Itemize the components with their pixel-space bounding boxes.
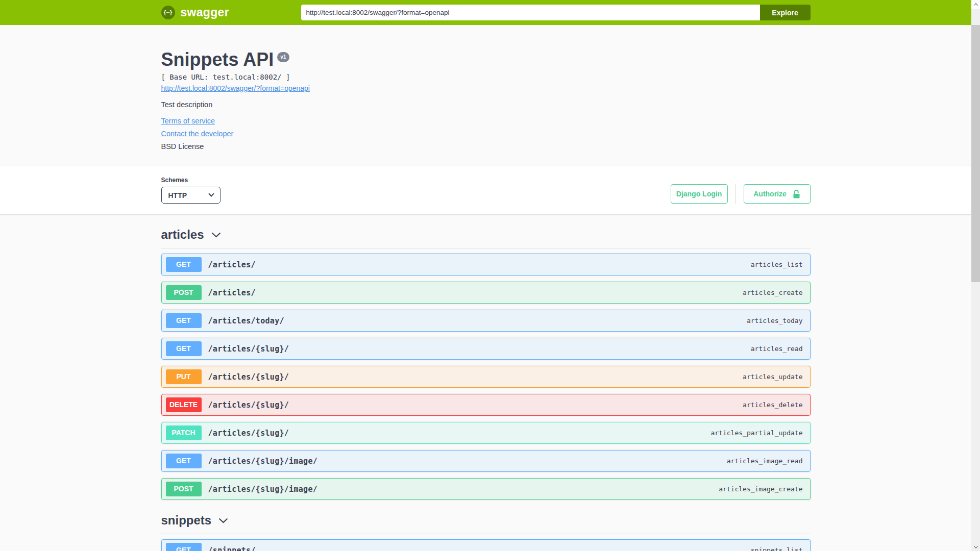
operation-row[interactable]: PATCH /articles/{slug}/ articles_partial… [161,422,811,444]
scroll-down-icon [973,544,977,548]
tag-heading-articles[interactable]: articles [161,224,811,248]
operation-row[interactable]: GET /articles/{slug}/image/ articles_ima… [161,450,811,472]
lock-open-icon [793,190,800,198]
spec-link[interactable]: http://test.local:8002/swagger/?format=o… [161,84,310,92]
scheme-selected-value: HTTP [168,191,187,199]
divider [736,184,736,204]
terms-of-service-link[interactable]: Terms of service [161,117,215,126]
method-badge: PATCH [166,425,202,440]
api-description: Test description [161,101,811,109]
swagger-logo-icon: {⋯} [161,6,175,19]
operation-path: /articles/{slug}/ [208,429,289,438]
authorize-button[interactable]: Authorize [744,184,811,204]
tag-heading-snippets[interactable]: snippets [161,510,811,534]
operation-row[interactable]: POST /articles/{slug}/image/ articles_im… [161,478,811,500]
vertical-scrollbar[interactable] [971,0,980,551]
operation-path: /snippets/ [208,546,256,551]
method-badge: GET [166,454,202,468]
schemes-label: Schemes [161,177,220,184]
method-badge: DELETE [166,397,202,412]
operation-id: articles_list [751,261,803,268]
operation-id: articles_image_create [719,485,802,493]
schemes-block: Schemes HTTP [161,177,220,204]
tag-section-articles: articles GET /articles/ articles_list PO… [161,224,811,500]
operation-path: /articles/{slug}/ [208,344,289,354]
method-badge: GET [166,257,202,272]
operation-id: snippets_list [751,546,803,551]
api-info-section: Snippets APIv1 [ Base URL: test.local:80… [0,25,971,166]
operation-row[interactable]: DELETE /articles/{slug}/ articles_delete [161,394,811,416]
operations-list: GET /snippets/ snippets_list [161,539,811,551]
api-title-text: Snippets API [161,49,274,70]
operation-row[interactable]: GET /articles/ articles_list [161,254,811,276]
auth-block: Django Login Authorize [671,184,811,204]
operation-path: /articles/{slug}/image/ [208,457,318,466]
scrollbar-thumb[interactable] [971,25,980,282]
operation-id: articles_partial_update [710,429,802,437]
chevron-down-icon [208,191,214,197]
operation-row[interactable]: GET /articles/today/ articles_today [161,310,811,332]
swagger-brand[interactable]: {⋯} swagger [161,6,229,19]
version-badge: v1 [277,52,289,62]
method-badge: POST [166,482,202,496]
authorize-label: Authorize [753,190,787,198]
tag-label: snippets [161,513,212,528]
brand-name: swagger [181,6,229,19]
operation-id: articles_create [743,289,802,296]
method-badge: PUT [166,369,202,384]
operations-list: GET /articles/ articles_list POST /artic… [161,254,811,500]
method-badge: GET [166,313,202,328]
operation-row[interactable]: PUT /articles/{slug}/ articles_update [161,366,811,388]
operation-id: articles_delete [743,401,802,409]
base-url: [ Base URL: test.local:8002/ ] [161,73,811,81]
method-badge: GET [166,341,202,356]
operation-path: /articles/{slug}/image/ [208,485,318,494]
method-badge: GET [166,543,202,551]
explore-button[interactable]: Explore [760,5,811,20]
operation-path: /articles/ [208,288,256,297]
scheme-container: Schemes HTTP Django Login Authorize [0,166,971,214]
topbar: {⋯} swagger Explore [0,0,971,25]
page-title: Snippets APIv1 [161,48,811,70]
spec-url-form: Explore [301,5,811,20]
tag-label: articles [161,228,204,242]
operation-path: /articles/{slug}/ [208,372,289,382]
scroll-up-button[interactable] [971,0,980,9]
contact-developer-link[interactable]: Contact the developer [161,130,234,138]
spec-url-input[interactable] [301,5,760,20]
scroll-down-button[interactable] [971,542,980,551]
operation-path: /articles/today/ [208,316,284,325]
operation-id: articles_update [743,373,802,381]
operation-row[interactable]: GET /articles/{slug}/ articles_read [161,338,811,360]
operation-path: /articles/{slug}/ [208,400,289,410]
license-text: BSD License [161,142,811,151]
operation-id: articles_image_read [727,457,803,465]
chevron-down-icon [211,232,221,238]
operation-row[interactable]: GET /snippets/ snippets_list [161,539,811,551]
operation-path: /articles/ [208,260,256,269]
operation-id: articles_read [751,345,803,353]
operation-row[interactable]: POST /articles/ articles_create [161,282,811,304]
tag-section-snippets: snippets GET /snippets/ snippets_list [161,510,811,551]
django-login-button[interactable]: Django Login [671,184,728,204]
scroll-up-icon [973,3,977,7]
swagger-ui-page: {⋯} swagger Explore Snippets APIv1 [ Bas… [0,0,971,551]
operation-id: articles_today [747,317,803,324]
scheme-select[interactable]: HTTP [161,187,220,204]
chevron-down-icon [218,518,228,523]
method-badge: POST [166,285,202,300]
